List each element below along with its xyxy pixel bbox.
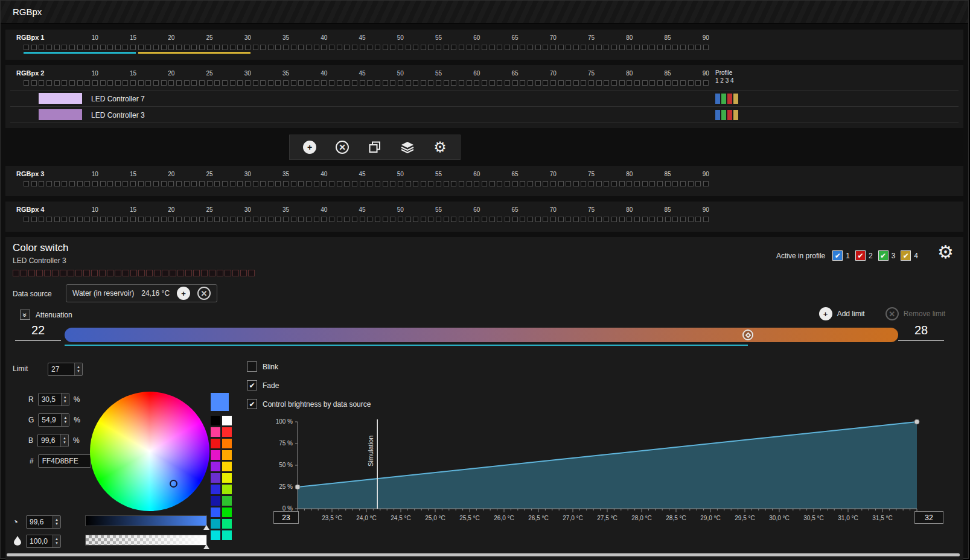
preview-led-cell bbox=[225, 270, 231, 276]
add-limit-button[interactable]: + Add limit bbox=[819, 307, 865, 320]
led-cell bbox=[123, 80, 128, 86]
palette-swatch[interactable] bbox=[222, 473, 232, 483]
profile-4-checkbox[interactable]: ✔ bbox=[901, 250, 911, 261]
palette-swatch[interactable] bbox=[211, 485, 220, 494]
curve-point[interactable] bbox=[914, 419, 919, 424]
option-label: Blink bbox=[263, 363, 278, 371]
palette-swatch[interactable] bbox=[222, 462, 232, 471]
opacity-spinner[interactable]: 100,0 ▲▼ bbox=[26, 535, 61, 548]
led-cell bbox=[329, 80, 334, 86]
add-button[interactable]: + bbox=[302, 139, 317, 155]
spin-down-icon[interactable]: ▼ bbox=[77, 369, 80, 374]
fade-option[interactable]: ✔Fade bbox=[247, 380, 371, 390]
curve-max-input[interactable]: 32 bbox=[914, 511, 943, 524]
copy-button[interactable] bbox=[367, 139, 383, 155]
led-cell bbox=[291, 217, 296, 222]
spin-up-icon[interactable]: ▲ bbox=[63, 436, 66, 441]
temperature-gradient-slider[interactable] bbox=[65, 328, 898, 342]
attenuation-expand-button[interactable]: » bbox=[20, 310, 30, 320]
led-cell bbox=[130, 80, 136, 86]
settings-button[interactable]: ⚙ bbox=[432, 139, 448, 155]
palette-swatch[interactable] bbox=[222, 485, 232, 494]
red-spinner[interactable]: 30,5 ▲▼ bbox=[38, 393, 69, 406]
gear-icon[interactable]: ⚙ bbox=[937, 243, 954, 261]
spinner-arrows[interactable]: ▲▼ bbox=[61, 393, 69, 406]
spin-down-icon[interactable]: ▼ bbox=[55, 522, 59, 526]
range-handle[interactable] bbox=[742, 329, 753, 340]
range-min-value[interactable]: 22 bbox=[15, 323, 61, 341]
led-tick-label: 80 bbox=[626, 70, 633, 77]
profile-3-checkbox[interactable]: ✔ bbox=[878, 250, 889, 261]
checkbox[interactable]: ✔ bbox=[247, 380, 257, 390]
blink-option[interactable]: Blink bbox=[247, 361, 371, 372]
color-wheel[interactable] bbox=[90, 392, 209, 511]
spinner-arrows[interactable]: ▲▼ bbox=[74, 363, 82, 375]
palette-swatch[interactable] bbox=[211, 416, 220, 425]
led-cell bbox=[31, 45, 37, 50]
palette-swatch[interactable] bbox=[222, 427, 232, 437]
palette-swatch[interactable] bbox=[222, 508, 232, 517]
spin-up-icon[interactable]: ▲ bbox=[55, 537, 59, 541]
spinner-arrows[interactable]: ▲▼ bbox=[60, 434, 68, 447]
controller-row[interactable]: LED Controller 7 bbox=[10, 90, 959, 106]
palette-swatch[interactable] bbox=[222, 439, 232, 448]
spin-up-icon[interactable]: ▲ bbox=[63, 416, 67, 420]
palette-swatch[interactable] bbox=[211, 496, 220, 506]
palette-swatch[interactable] bbox=[222, 450, 232, 460]
spin-down-icon[interactable]: ▼ bbox=[63, 399, 67, 404]
spin-up-icon[interactable]: ▲ bbox=[63, 395, 67, 399]
green-spinner[interactable]: 54,9 ▲▼ bbox=[38, 413, 69, 427]
spinner-arrows[interactable]: ▲▼ bbox=[53, 516, 60, 528]
blue-spinner[interactable]: 99,6 ▲▼ bbox=[37, 434, 69, 447]
spin-up-icon[interactable]: ▲ bbox=[55, 518, 59, 522]
horizontal-scrollbar[interactable] bbox=[7, 553, 960, 556]
led-tick-label: 30 bbox=[244, 34, 251, 41]
palette-swatch[interactable] bbox=[211, 462, 220, 471]
palette-swatch[interactable] bbox=[211, 450, 220, 460]
brightness-spinner[interactable]: 99,6 ▲▼ bbox=[26, 515, 61, 529]
palette-swatch[interactable] bbox=[211, 473, 220, 483]
control-brightness-by-data-source-option[interactable]: ✔Control brightness by data source bbox=[247, 399, 371, 409]
slider-marker-icon[interactable] bbox=[203, 544, 209, 549]
brightness-curve-chart[interactable]: 23 32 0 %25 %50 %75 %100 %23,5 °C24,0 °C… bbox=[259, 416, 953, 544]
data-source-box[interactable]: Water (in reservoir) 24,16 °C + ✕ bbox=[66, 284, 217, 302]
spin-down-icon[interactable]: ▼ bbox=[63, 420, 67, 424]
palette-swatch[interactable] bbox=[222, 416, 232, 425]
profile-1-checkbox[interactable]: ✔ bbox=[832, 250, 843, 261]
palette-swatch[interactable] bbox=[211, 508, 220, 517]
profile-2-checkbox[interactable]: ✔ bbox=[855, 250, 866, 261]
spinner-arrows[interactable]: ▲▼ bbox=[61, 414, 69, 426]
palette-swatch[interactable] bbox=[222, 530, 232, 540]
limit-spinner[interactable]: 27 ▲▼ bbox=[48, 363, 83, 376]
palette-swatch[interactable] bbox=[211, 427, 220, 437]
curve-point[interactable] bbox=[295, 485, 300, 489]
checkbox[interactable] bbox=[247, 361, 257, 372]
curve-svg[interactable]: 0 %25 %50 %75 %100 %23,5 °C24,0 °C24,5 °… bbox=[259, 416, 953, 544]
curve-min-input[interactable]: 23 bbox=[273, 511, 299, 524]
delete-button[interactable]: ✕ bbox=[334, 139, 350, 155]
add-data-source-button[interactable]: + bbox=[177, 287, 190, 300]
palette-swatch[interactable] bbox=[222, 496, 232, 506]
brightness-slider[interactable] bbox=[85, 515, 207, 526]
remove-data-source-button[interactable]: ✕ bbox=[197, 287, 211, 300]
opacity-slider[interactable] bbox=[85, 535, 207, 546]
profile-number: 4 bbox=[914, 252, 918, 260]
palette-swatch[interactable] bbox=[211, 439, 220, 448]
palette-swatch[interactable] bbox=[211, 519, 220, 529]
range-max-value[interactable]: 28 bbox=[898, 323, 944, 341]
palette-swatch[interactable] bbox=[222, 519, 232, 529]
led-cell bbox=[306, 45, 311, 50]
spin-down-icon[interactable]: ▼ bbox=[63, 441, 66, 445]
palette-swatch[interactable] bbox=[211, 530, 220, 540]
spin-up-icon[interactable]: ▲ bbox=[77, 365, 80, 369]
layers-button[interactable] bbox=[400, 139, 415, 155]
spin-down-icon[interactable]: ▼ bbox=[55, 541, 59, 546]
spinner-arrows[interactable]: ▲▼ bbox=[53, 535, 60, 547]
profile-indicator bbox=[733, 110, 738, 120]
color-wheel-selector[interactable] bbox=[170, 480, 177, 488]
remove-limit-button[interactable]: ✕ Remove limit bbox=[885, 307, 945, 320]
controller-row[interactable]: LED Controller 3 bbox=[10, 106, 959, 122]
checkbox[interactable]: ✔ bbox=[247, 399, 257, 409]
hex-color-field[interactable]: FF4D8BFE bbox=[38, 454, 91, 468]
slider-marker-icon[interactable] bbox=[203, 525, 209, 530]
